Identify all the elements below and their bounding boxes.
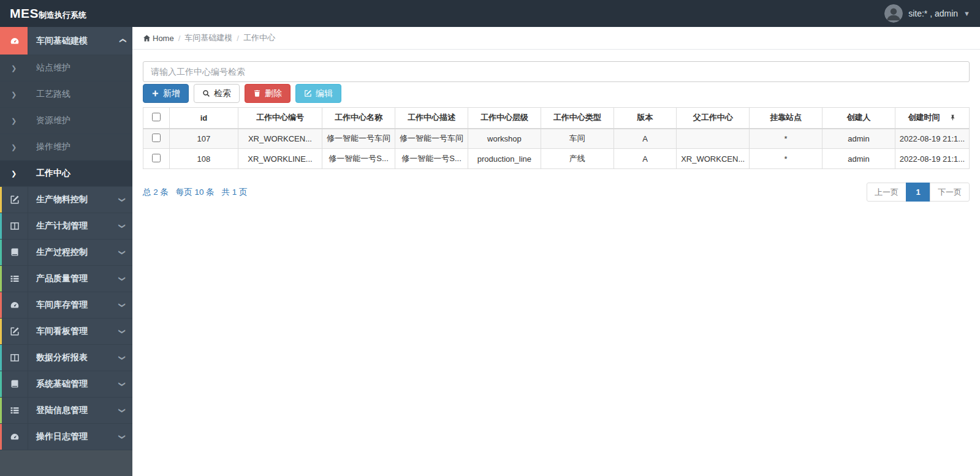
column-header-label: id xyxy=(200,113,208,123)
sidebar-group-item[interactable]: 生产计划管理❯ xyxy=(0,213,132,240)
table-cell: XR_WORKLINE... xyxy=(238,149,322,169)
table-cell: workshop xyxy=(468,129,541,149)
person-icon xyxy=(884,4,903,23)
table-cell: 107 xyxy=(170,129,238,149)
add-button[interactable]: 新增 xyxy=(143,84,189,103)
page-1-button[interactable]: 1 xyxy=(906,183,930,202)
sidebar-group-item[interactable]: 车间库存管理❯ xyxy=(0,292,132,319)
pin-icon[interactable] xyxy=(949,114,956,123)
column-header[interactable]: 创建时间 xyxy=(895,108,969,129)
chevron-down-icon: ❯ xyxy=(109,355,135,360)
sidebar-sub-item[interactable]: ❯站点维护 xyxy=(0,55,132,81)
sidebar-group-item[interactable]: 操作日志管理❯ xyxy=(0,424,132,450)
sidebar-group-item[interactable]: 产品质量管理❯ xyxy=(0,266,132,292)
column-header[interactable]: 父工作中心 xyxy=(677,108,750,129)
edit-icon xyxy=(0,187,28,213)
dashboard-icon xyxy=(0,27,28,55)
column-header[interactable]: 挂靠站点 xyxy=(750,108,822,129)
column-header[interactable]: 工作中心编号 xyxy=(238,108,322,129)
row-select-cell xyxy=(143,129,170,149)
next-page-button[interactable]: 下一页 xyxy=(930,183,970,202)
table-row[interactable]: 107XR_WORKCEN...修一智能一号车间修一智能一号车间workshop… xyxy=(143,129,970,149)
column-header[interactable]: 创建人 xyxy=(822,108,895,129)
search-button[interactable]: 检索 xyxy=(194,84,240,103)
sidebar-group-item[interactable]: 数据分析报表❯ xyxy=(0,345,132,371)
breadcrumb: Home / 车间基础建模 / 工作中心 xyxy=(132,27,980,50)
table-cell: * xyxy=(750,129,822,149)
sidebar-group-label: 数据分析报表 xyxy=(28,345,120,371)
content: 新增 检索 删除 编辑 id工作中心编号工作中心名称工作中心描述工作中心层级工作… xyxy=(132,50,980,213)
sidebar-group-item[interactable]: 生产物料控制❯ xyxy=(0,187,132,213)
top-navbar: MES制造执行系统 site:* , admin ▼ xyxy=(0,0,980,27)
chevron-right-icon: ❯ xyxy=(0,134,28,160)
select-all-checkbox[interactable] xyxy=(152,113,161,121)
edit-icon xyxy=(304,89,312,97)
sidebar-sub-item[interactable]: ❯工作中心 xyxy=(0,161,132,187)
column-header[interactable]: id xyxy=(170,108,238,129)
sidebar-group-label: 车间看板管理 xyxy=(28,319,120,344)
table-cell: 修一智能一号车间 xyxy=(395,129,468,149)
pagination-summary[interactable]: 总 2 条 每页 10 条 共 1 页 xyxy=(143,187,253,198)
select-all-header-cell xyxy=(143,108,170,129)
book-icon xyxy=(0,240,28,265)
sidebar-sub-item[interactable]: ❯操作维护 xyxy=(0,134,132,161)
column-header[interactable]: 工作中心名称 xyxy=(322,108,395,129)
sidebar-sub-item[interactable]: ❯工艺路线 xyxy=(0,81,132,108)
breadcrumb-separator: / xyxy=(178,34,181,43)
table-cell: A xyxy=(613,129,677,149)
sidebar-sub-item[interactable]: ❯资源维护 xyxy=(0,108,132,134)
delete-button[interactable]: 删除 xyxy=(245,84,291,103)
edit-button[interactable]: 编辑 xyxy=(295,84,341,103)
column-header[interactable]: 版本 xyxy=(613,108,677,129)
row-select-cell xyxy=(143,149,170,169)
table-cell: 修一智能一号S... xyxy=(322,149,395,169)
toolbar: 新增 检索 删除 编辑 xyxy=(143,84,970,103)
pager: 上一页 1 下一页 xyxy=(867,183,970,202)
column-header[interactable]: 工作中心描述 xyxy=(395,108,468,129)
sidebar-sub-label: 工作中心 xyxy=(28,161,132,186)
main-area: Home / 车间基础建模 / 工作中心 新增 检索 删除 编辑 xyxy=(132,27,980,476)
breadcrumb-item[interactable]: 车间基础建模 xyxy=(184,32,232,43)
column-header[interactable]: 工作中心层级 xyxy=(468,108,541,129)
search-icon xyxy=(202,89,210,97)
table-cell: XR_WORKCEN... xyxy=(238,129,322,149)
chevron-down-icon: ▼ xyxy=(963,10,970,17)
pagination-total: 总 2 条 xyxy=(143,187,169,197)
chevron-down-icon: ❯ xyxy=(109,328,135,334)
table-cell: production_line xyxy=(468,149,541,169)
table-cell: admin xyxy=(822,129,895,149)
sidebar-group-item[interactable]: 车间看板管理❯ xyxy=(0,319,132,345)
sidebar-group-item[interactable]: 车间基础建模❯ xyxy=(0,27,132,55)
table-cell: 2022-08-19 21:1... xyxy=(895,129,969,149)
sidebar-group-item[interactable]: 生产过程控制❯ xyxy=(0,240,132,266)
row-checkbox[interactable] xyxy=(152,134,161,142)
search-button-label: 检索 xyxy=(214,88,231,99)
book-icon xyxy=(0,371,28,397)
chevron-right-icon: ❯ xyxy=(0,108,28,134)
columns-icon xyxy=(0,345,28,371)
chevron-down-icon: ❯ xyxy=(109,197,135,202)
list-icon xyxy=(0,398,28,423)
user-menu[interactable]: site:* , admin ▼ xyxy=(884,4,970,23)
table-row[interactable]: 108XR_WORKLINE...修一智能一号S...修一智能一号S...pro… xyxy=(143,149,970,169)
column-header[interactable]: 工作中心类型 xyxy=(541,108,613,129)
sidebar-sub-label: 站点维护 xyxy=(28,55,132,81)
breadcrumb-home[interactable]: Home xyxy=(143,34,174,43)
prev-page-button[interactable]: 上一页 xyxy=(867,183,906,202)
sidebar-group-label: 产品质量管理 xyxy=(28,266,120,292)
table-cell: 108 xyxy=(170,149,238,169)
sidebar-group-label: 生产过程控制 xyxy=(28,240,120,265)
brand-rest: 制造执行系统 xyxy=(39,10,86,21)
workcenter-table: id工作中心编号工作中心名称工作中心描述工作中心层级工作中心类型版本父工作中心挂… xyxy=(143,107,970,169)
add-button-label: 新增 xyxy=(163,88,180,99)
pagination-per-page: 每页 10 条 xyxy=(176,187,215,197)
sidebar-group-item[interactable]: 登陆信息管理❯ xyxy=(0,398,132,424)
chevron-down-icon: ❯ xyxy=(109,407,135,413)
dashboard-icon xyxy=(0,424,28,450)
app-brand[interactable]: MES制造执行系统 xyxy=(10,6,86,21)
search-input[interactable] xyxy=(143,61,970,82)
sidebar-menu: 车间基础建模❯❯站点维护❯工艺路线❯资源维护❯操作维护❯工作中心生产物料控制❯生… xyxy=(0,27,132,450)
user-label: site:* , admin xyxy=(908,9,958,18)
row-checkbox[interactable] xyxy=(152,154,161,162)
sidebar-group-item[interactable]: 系统基础管理❯ xyxy=(0,371,132,398)
